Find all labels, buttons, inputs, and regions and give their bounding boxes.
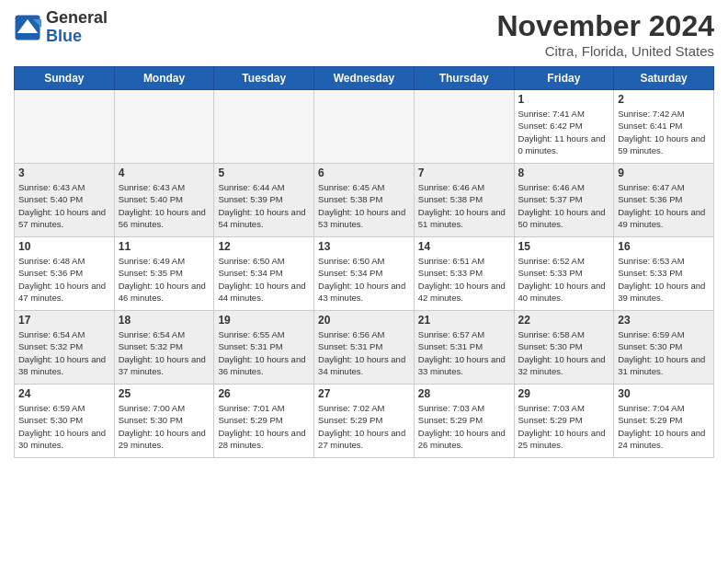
day-number: 15	[518, 240, 610, 253]
day-info: Sunrise: 6:43 AM Sunset: 5:40 PM Dayligh…	[119, 181, 210, 230]
day-number: 14	[418, 240, 510, 253]
main-container: General Blue November 2024 Citra, Florid…	[0, 0, 728, 463]
day-info: Sunrise: 6:46 AM Sunset: 5:37 PM Dayligh…	[518, 181, 610, 230]
day-number: 5	[218, 167, 310, 179]
day-number: 22	[518, 314, 610, 327]
day-number: 25	[119, 387, 210, 400]
day-info: Sunrise: 6:59 AM Sunset: 5:30 PM Dayligh…	[18, 402, 110, 451]
logo-icon	[14, 14, 41, 41]
calendar-cell: 18Sunrise: 6:54 AM Sunset: 5:32 PM Dayli…	[114, 311, 214, 385]
day-number: 20	[318, 314, 410, 327]
day-number: 29	[518, 387, 610, 400]
day-info: Sunrise: 7:02 AM Sunset: 5:29 PM Dayligh…	[318, 402, 410, 451]
calendar-cell: 21Sunrise: 6:57 AM Sunset: 5:31 PM Dayli…	[414, 311, 514, 385]
day-info: Sunrise: 6:55 AM Sunset: 5:31 PM Dayligh…	[218, 328, 310, 377]
day-number: 18	[119, 314, 210, 327]
day-info: Sunrise: 6:48 AM Sunset: 5:36 PM Dayligh…	[18, 255, 110, 304]
day-number: 1	[518, 93, 610, 106]
calendar-week-row: 10Sunrise: 6:48 AM Sunset: 5:36 PM Dayli…	[15, 237, 714, 311]
day-number: 16	[618, 240, 710, 253]
day-number: 12	[218, 240, 310, 253]
day-info: Sunrise: 6:54 AM Sunset: 5:32 PM Dayligh…	[119, 328, 210, 377]
calendar-cell: 15Sunrise: 6:52 AM Sunset: 5:33 PM Dayli…	[514, 237, 614, 311]
day-number: 6	[318, 167, 410, 179]
calendar-cell: 12Sunrise: 6:50 AM Sunset: 5:34 PM Dayli…	[214, 237, 314, 311]
day-info: Sunrise: 6:47 AM Sunset: 5:36 PM Dayligh…	[618, 181, 710, 230]
day-number: 30	[618, 387, 710, 400]
day-number: 23	[618, 314, 710, 327]
day-number: 11	[119, 240, 210, 253]
day-info: Sunrise: 6:50 AM Sunset: 5:34 PM Dayligh…	[318, 255, 410, 304]
calendar-header-monday: Monday	[114, 67, 214, 90]
calendar-cell: 13Sunrise: 6:50 AM Sunset: 5:34 PM Dayli…	[314, 237, 415, 311]
calendar-cell: 2Sunrise: 7:42 AM Sunset: 6:41 PM Daylig…	[614, 90, 714, 164]
calendar-cell: 6Sunrise: 6:45 AM Sunset: 5:38 PM Daylig…	[314, 164, 415, 237]
calendar-cell	[15, 90, 115, 164]
day-info: Sunrise: 6:43 AM Sunset: 5:40 PM Dayligh…	[18, 181, 110, 230]
day-number: 3	[18, 167, 110, 179]
day-number: 2	[618, 93, 710, 106]
logo-blue-text: Blue	[46, 28, 108, 46]
day-info: Sunrise: 7:04 AM Sunset: 5:29 PM Dayligh…	[618, 402, 710, 451]
calendar-header-wednesday: Wednesday	[314, 67, 415, 90]
calendar-cell: 22Sunrise: 6:58 AM Sunset: 5:30 PM Dayli…	[514, 311, 614, 385]
calendar-cell: 3Sunrise: 6:43 AM Sunset: 5:40 PM Daylig…	[15, 164, 115, 237]
day-info: Sunrise: 7:00 AM Sunset: 5:30 PM Dayligh…	[119, 402, 210, 451]
calendar-cell: 25Sunrise: 7:00 AM Sunset: 5:30 PM Dayli…	[114, 385, 214, 458]
day-info: Sunrise: 7:42 AM Sunset: 6:41 PM Dayligh…	[618, 108, 710, 156]
day-info: Sunrise: 6:44 AM Sunset: 5:39 PM Dayligh…	[218, 181, 310, 230]
calendar-cell: 14Sunrise: 6:51 AM Sunset: 5:33 PM Dayli…	[414, 237, 514, 311]
calendar-cell: 19Sunrise: 6:55 AM Sunset: 5:31 PM Dayli…	[214, 311, 314, 385]
calendar-header-saturday: Saturday	[614, 67, 714, 90]
calendar-header-row: SundayMondayTuesdayWednesdayThursdayFrid…	[15, 67, 714, 90]
calendar-cell: 26Sunrise: 7:01 AM Sunset: 5:29 PM Dayli…	[214, 385, 314, 458]
calendar-cell: 23Sunrise: 6:59 AM Sunset: 5:30 PM Dayli…	[614, 311, 714, 385]
month-title: November 2024	[496, 9, 714, 43]
day-info: Sunrise: 6:56 AM Sunset: 5:31 PM Dayligh…	[318, 328, 410, 377]
day-info: Sunrise: 6:57 AM Sunset: 5:31 PM Dayligh…	[418, 328, 510, 377]
calendar-week-row: 17Sunrise: 6:54 AM Sunset: 5:32 PM Dayli…	[15, 311, 714, 385]
calendar-week-row: 1Sunrise: 7:41 AM Sunset: 6:42 PM Daylig…	[15, 90, 714, 164]
logo: General Blue	[14, 9, 108, 46]
calendar-cell: 16Sunrise: 6:53 AM Sunset: 5:33 PM Dayli…	[614, 237, 714, 311]
day-number: 9	[618, 167, 710, 179]
calendar-cell: 24Sunrise: 6:59 AM Sunset: 5:30 PM Dayli…	[15, 385, 115, 458]
day-info: Sunrise: 6:51 AM Sunset: 5:33 PM Dayligh…	[418, 255, 510, 304]
logo-text: General Blue	[46, 9, 108, 46]
header-row: General Blue November 2024 Citra, Florid…	[14, 9, 714, 59]
calendar-header-thursday: Thursday	[414, 67, 514, 90]
calendar-cell: 29Sunrise: 7:03 AM Sunset: 5:29 PM Dayli…	[514, 385, 614, 458]
calendar-cell: 28Sunrise: 7:03 AM Sunset: 5:29 PM Dayli…	[414, 385, 514, 458]
calendar-cell: 10Sunrise: 6:48 AM Sunset: 5:36 PM Dayli…	[15, 237, 115, 311]
day-info: Sunrise: 6:53 AM Sunset: 5:33 PM Dayligh…	[618, 255, 710, 304]
day-info: Sunrise: 6:59 AM Sunset: 5:30 PM Dayligh…	[618, 328, 710, 377]
day-number: 4	[119, 167, 210, 179]
calendar-cell: 27Sunrise: 7:02 AM Sunset: 5:29 PM Dayli…	[314, 385, 415, 458]
day-info: Sunrise: 6:54 AM Sunset: 5:32 PM Dayligh…	[18, 328, 110, 377]
calendar-cell: 17Sunrise: 6:54 AM Sunset: 5:32 PM Dayli…	[15, 311, 115, 385]
calendar-cell: 5Sunrise: 6:44 AM Sunset: 5:39 PM Daylig…	[214, 164, 314, 237]
day-info: Sunrise: 7:03 AM Sunset: 5:29 PM Dayligh…	[518, 402, 610, 451]
calendar-cell: 4Sunrise: 6:43 AM Sunset: 5:40 PM Daylig…	[114, 164, 214, 237]
day-number: 24	[18, 387, 110, 400]
calendar-header-friday: Friday	[514, 67, 614, 90]
day-number: 26	[218, 387, 310, 400]
day-number: 28	[418, 387, 510, 400]
day-number: 17	[18, 314, 110, 327]
day-number: 21	[418, 314, 510, 327]
day-number: 19	[218, 314, 310, 327]
logo-general-text: General	[46, 9, 108, 28]
day-info: Sunrise: 6:58 AM Sunset: 5:30 PM Dayligh…	[518, 328, 610, 377]
location-text: Citra, Florida, United States	[496, 43, 714, 59]
day-number: 10	[18, 240, 110, 253]
calendar-cell: 20Sunrise: 6:56 AM Sunset: 5:31 PM Dayli…	[314, 311, 415, 385]
day-number: 7	[418, 167, 510, 179]
calendar-cell: 7Sunrise: 6:46 AM Sunset: 5:38 PM Daylig…	[414, 164, 514, 237]
calendar-cell: 30Sunrise: 7:04 AM Sunset: 5:29 PM Dayli…	[614, 385, 714, 458]
day-info: Sunrise: 7:01 AM Sunset: 5:29 PM Dayligh…	[218, 402, 310, 451]
day-info: Sunrise: 6:49 AM Sunset: 5:35 PM Dayligh…	[119, 255, 210, 304]
calendar-header-tuesday: Tuesday	[214, 67, 314, 90]
day-info: Sunrise: 7:41 AM Sunset: 6:42 PM Dayligh…	[518, 108, 610, 156]
day-info: Sunrise: 7:03 AM Sunset: 5:29 PM Dayligh…	[418, 402, 510, 451]
calendar-table: SundayMondayTuesdayWednesdayThursdayFrid…	[14, 66, 714, 458]
